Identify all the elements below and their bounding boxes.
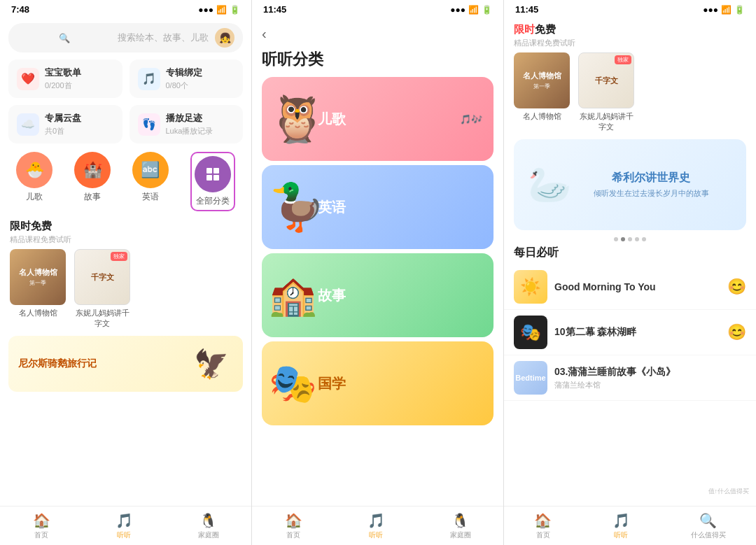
time-2: 11:45	[263, 4, 286, 15]
good-morning-thumb: ☀️	[514, 270, 547, 304]
search-bar[interactable]: 🔍 搜索绘本、故事、儿歌 👧	[8, 23, 243, 52]
forest-thumb: 🎭	[514, 316, 547, 349]
daily-section: 每日必听 ☀️ Good Morning To You 😊 🎭 10第二幕 森林…	[504, 246, 756, 401]
nav-listen-1[interactable]: 🎵 听听	[115, 512, 133, 540]
battery-icon-3: 🔋	[734, 5, 745, 15]
limited-free-sub: 精品课程免费试听	[10, 234, 241, 245]
cat-all-circle	[195, 156, 231, 192]
heart-icon: ❤️	[17, 68, 39, 90]
nav-find-label-3: 什么值得买	[691, 530, 726, 540]
nav-home-label-2: 首页	[286, 530, 300, 540]
cat-all-label: 全部分类	[196, 195, 230, 207]
search-placeholder: 搜索绘本、故事、儿歌	[116, 31, 211, 44]
baby-playlist-card[interactable]: ❤️ 宝宝歌单 0/200首	[8, 59, 122, 98]
carousel-title: 希利尔讲世界史	[594, 171, 709, 185]
daily-item-bedtime[interactable]: Bedtime 03.蒲蒲兰睡前故事《小岛》 蒲蒲兰绘本馆	[504, 355, 756, 401]
nav-listen-label: 听听	[117, 530, 131, 540]
status-bar-2: 11:45 ●●● 📶 🔋	[252, 0, 503, 19]
cat-card-guoxue[interactable]: 国学 🎭	[262, 341, 493, 425]
daily-title: 每日必听	[514, 246, 746, 260]
promo-banner[interactable]: 尼尔斯骑鹅旅行记 🦅	[8, 336, 243, 392]
p2-header: ‹	[252, 19, 503, 49]
album-bind-card[interactable]: 🎵 专辑绑定 0/80个	[130, 59, 244, 98]
book-famous-museum[interactable]: 名人博物馆 第一季 名人博物馆	[10, 249, 66, 329]
battery-icon-2: 🔋	[482, 5, 492, 15]
cat-english[interactable]: 🔤 英语	[132, 152, 169, 211]
nav-listen-label-2: 听听	[369, 530, 383, 540]
cards-grid: ❤️ 宝宝歌单 0/200首 🎵 专辑绑定 0/80个 ☁️ 专属云盘 共0首 …	[8, 59, 243, 143]
home-icon: 🏠	[33, 512, 50, 529]
cat-english-label: 英语	[142, 191, 159, 203]
svg-rect-1	[214, 168, 219, 174]
cat-story-circle: 🏰	[74, 152, 111, 188]
limited-text: 限时	[514, 23, 535, 35]
famous-museum-label: 名人博物馆	[19, 308, 57, 318]
avatar[interactable]: 👧	[215, 28, 234, 48]
p3-book-thousand[interactable]: 千字文 独家 东妮儿妈妈讲千字文	[578, 52, 634, 132]
nav-listen-label-3: 听听	[614, 530, 628, 540]
nav-family-label: 家庭圈	[198, 530, 219, 540]
cat-erge[interactable]: 🐣 儿歌	[16, 152, 52, 211]
nav-family-1[interactable]: 🐧 家庭圈	[198, 512, 219, 540]
nav-home-3[interactable]: 🏠 首页	[534, 512, 552, 540]
carousel-dots	[504, 237, 756, 241]
carousel-sub: 倾听发生在过去漫长岁月中的故事	[594, 188, 709, 199]
cloud-disk-card[interactable]: ☁️ 专属云盘 共0首	[8, 105, 122, 143]
nav-listen-3[interactable]: 🎵 听听	[612, 512, 630, 540]
forest-emoji: 😊	[727, 323, 746, 341]
dot-3	[628, 237, 632, 241]
bedtime-name: 03.蒲蒲兰睡前故事《小岛》	[554, 366, 746, 378]
search-icon: 🔍	[17, 33, 112, 43]
good-morning-name: Good Morning To You	[554, 281, 720, 292]
footprint-icon: 👣	[138, 113, 160, 136]
english-mascot: 🦆	[269, 181, 326, 234]
erge-music-notes: 🎵🎶	[460, 114, 482, 125]
p3-hot-badge: 独家	[615, 55, 631, 64]
daily-item-forest[interactable]: 🎭 10第二幕 森林湖畔 😊	[504, 310, 756, 355]
cat-erge-label: 儿歌	[26, 191, 43, 203]
p3-book-row: 名人博物馆 第一季 名人博物馆 千字文 独家 东妮儿妈妈讲千字文	[514, 52, 746, 132]
find-icon-3: 🔍	[699, 512, 717, 529]
cloud-disk-title: 专属云盘	[45, 112, 81, 125]
play-trace-card[interactable]: 👣 播放足迹 Luka播放记录	[130, 105, 244, 143]
back-button[interactable]: ‹	[262, 26, 267, 42]
cat-erge-circle: 🐣	[16, 152, 52, 188]
nav-listen-2[interactable]: 🎵 听听	[368, 512, 385, 540]
p3-thousand-label: 东妮儿妈妈讲千字文	[578, 111, 634, 132]
p3-museum-label: 名人博物馆	[523, 111, 561, 122]
daily-item-good-morning[interactable]: ☀️ Good Morning To You 😊	[504, 264, 756, 310]
nav-find-3[interactable]: 🔍 什么值得买	[691, 512, 726, 540]
cloud-icon: ☁️	[17, 113, 39, 136]
banner-carousel[interactable]: 🦢 希利尔讲世界史 倾听发生在过去漫长岁月中的故事	[514, 139, 746, 230]
cat-all[interactable]: 全部分类	[190, 152, 235, 211]
bedtime-sub: 蒲蒲兰绘本馆	[554, 380, 746, 390]
book-thumb-row: 名人博物馆 第一季 名人博物馆 千字文 独家 东妮儿妈妈讲千字文	[10, 249, 241, 329]
free-text: 免费	[535, 23, 556, 35]
nav-home-1[interactable]: 🏠 首页	[33, 512, 50, 540]
book-thousand-chars[interactable]: 千字文 独家 东妮儿妈妈讲千字文	[74, 249, 130, 329]
p2-title: 听听分类	[262, 49, 493, 70]
family-icon-2: 🐧	[451, 512, 469, 529]
time-1: 7:48	[11, 4, 29, 15]
hot-badge: 独家	[111, 252, 127, 261]
watermark: 值↑什么值得买	[708, 487, 750, 496]
cat-story[interactable]: 🏰 故事	[74, 152, 111, 211]
cat-english-circle: 🔤	[132, 152, 169, 188]
nav-home-2[interactable]: 🏠 首页	[285, 512, 302, 540]
nav-family-2[interactable]: 🐧 家庭圈	[450, 512, 471, 540]
wifi-icon-2: 📶	[468, 5, 479, 15]
signal-icon-2: ●●●	[450, 5, 465, 15]
cloud-disk-sub: 共0首	[45, 126, 81, 136]
guoxue-name: 国学	[318, 374, 346, 393]
dot-5	[642, 237, 646, 241]
cat-card-english[interactable]: 英语 🦆	[262, 165, 493, 249]
home-icon-3: 🏠	[534, 512, 552, 529]
home-icon-2: 🏠	[285, 512, 302, 529]
cat-card-erge[interactable]: 儿歌 🦉 🎵🎶	[262, 77, 493, 161]
p3-limited-title: 限时免费	[514, 23, 746, 36]
p3-museum-cover: 名人博物馆 第一季	[514, 52, 570, 108]
album-bind-title: 专辑绑定	[166, 66, 202, 79]
cat-card-story[interactable]: 故事 🏫	[262, 253, 493, 337]
p3-book-museum[interactable]: 名人博物馆 第一季 名人博物馆	[514, 52, 570, 132]
thousand-chars-label: 东妮儿妈妈讲千字文	[74, 308, 130, 329]
